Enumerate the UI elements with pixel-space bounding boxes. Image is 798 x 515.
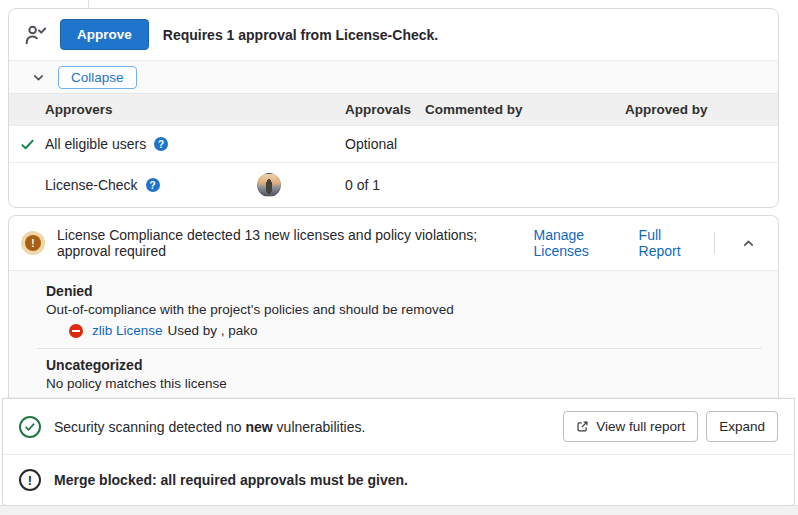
green-check-icon <box>9 137 45 152</box>
security-status-text: Security scanning detected no new vulner… <box>54 419 365 435</box>
approvals-value: 0 of 1 <box>345 177 425 193</box>
approver-avatar[interactable] <box>257 173 281 197</box>
security-scanning-row: Security scanning detected no new vulner… <box>3 399 794 454</box>
divider <box>714 232 715 254</box>
table-row: License-Check ? 0 of 1 <box>9 162 778 207</box>
col-approvals: Approvals <box>345 102 425 117</box>
external-link-icon <box>576 420 589 433</box>
next-section-edge <box>0 505 798 515</box>
license-compliance-widget: ! License Compliance detected 13 new lic… <box>8 215 779 398</box>
chevron-up-icon <box>741 236 756 251</box>
approval-requirement-text: Requires 1 approval from License-Check. <box>163 27 438 43</box>
license-group-denied: Denied Out-of-compliance with the projec… <box>46 279 762 341</box>
group-title: Denied <box>46 279 762 301</box>
col-commented-by: Commented by <box>425 102 625 117</box>
full-report-link[interactable]: Full Report <box>639 227 695 259</box>
license-group-uncategorized: Uncategorized No policy matches this lic… <box>46 353 762 398</box>
collapse-report-button[interactable] <box>735 234 762 253</box>
manage-licenses-link[interactable]: Manage Licenses <box>534 227 623 259</box>
license-link[interactable]: zlib License <box>92 323 163 338</box>
help-icon[interactable]: ? <box>154 137 168 151</box>
mr-status-section: Security scanning detected no new vulner… <box>2 398 795 506</box>
license-summary-row: ! License Compliance detected 13 new lic… <box>9 216 778 271</box>
group-description: Out-of-compliance with the project's pol… <box>46 301 762 320</box>
timeline-tick <box>88 0 89 8</box>
used-by-text: Used by , pako <box>168 323 258 338</box>
license-summary-text: License Compliance detected 13 new licen… <box>57 227 522 259</box>
denied-icon <box>69 324 83 338</box>
warning-icon: ! <box>21 231 45 255</box>
approval-widget: Approve Requires 1 approval from License… <box>8 8 779 208</box>
divider <box>37 348 762 349</box>
approver-name: All eligible users <box>45 136 146 152</box>
group-title: Uncategorized <box>46 353 762 375</box>
merge-blocked-text: Merge blocked: all required approvals mu… <box>54 472 408 488</box>
collapse-row: Collapse <box>9 60 778 93</box>
help-icon[interactable]: ? <box>146 178 160 192</box>
approver-person-check-icon <box>25 24 46 45</box>
chevron-down-icon[interactable] <box>31 70 46 85</box>
exclamation-circle-icon: ! <box>19 469 41 491</box>
merge-blocked-row: ! Merge blocked: all required approvals … <box>3 454 794 505</box>
approvers-table-header: Approvers Approvals Commented by Approve… <box>9 93 778 125</box>
approve-button[interactable]: Approve <box>60 19 149 50</box>
license-report-body: Denied Out-of-compliance with the projec… <box>9 271 778 398</box>
approve-row: Approve Requires 1 approval from License… <box>9 9 778 60</box>
approvals-value: Optional <box>345 136 425 152</box>
view-full-report-button[interactable]: View full report <box>563 411 698 442</box>
approver-name: License-Check <box>45 177 138 193</box>
success-check-icon <box>19 416 41 438</box>
expand-button[interactable]: Expand <box>706 411 778 442</box>
col-approvers: Approvers <box>45 102 345 117</box>
table-row: All eligible users ? Optional <box>9 125 778 162</box>
collapse-button[interactable]: Collapse <box>58 66 137 89</box>
list-item: zlib License Used by , pako <box>46 320 762 341</box>
group-description: No policy matches this license <box>46 375 762 394</box>
col-approved-by: Approved by <box>625 102 778 117</box>
